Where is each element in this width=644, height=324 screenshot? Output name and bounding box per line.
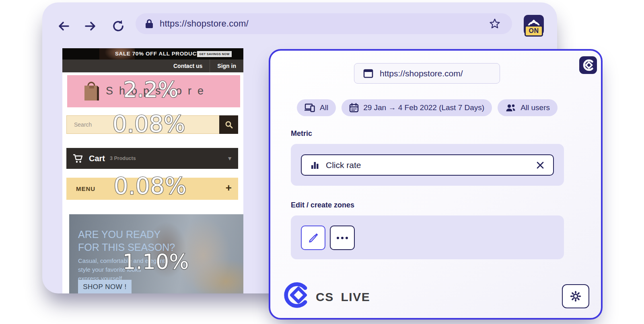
device-filter-chip[interactable]: All: [297, 99, 336, 116]
metric-section-label: Metric: [291, 129, 312, 138]
magnifier-icon: [224, 120, 233, 129]
sale-banner: SALE 70% OFF ALL PRODUCTS GET SAVINGS NO…: [62, 48, 243, 59]
settings-button[interactable]: [562, 284, 589, 308]
calendar-icon: [349, 103, 359, 113]
menu-expand-icon[interactable]: +: [226, 183, 232, 193]
metric-select-field[interactable]: Click rate: [301, 154, 554, 176]
hero-title-line1: ARE YOU READY: [78, 230, 160, 240]
site-nav-bar: Contact us Sign in: [62, 59, 243, 72]
filter-chip-row: All 29 Jan → 4 Feb 2022 (Last 7 Days) Al…: [297, 99, 558, 116]
click-rate-overlay-search: 0.08%: [112, 111, 185, 137]
cs-live-panel: https://shopstore.com/ All 29 Jan → 4 Fe…: [269, 49, 603, 320]
contentsquare-logo-icon: [581, 58, 595, 72]
metric-value-label: Click rate: [326, 160, 361, 170]
menu-label: MENU: [76, 185, 95, 192]
extension-toggle[interactable]: ON: [524, 15, 544, 35]
bar-chart-icon: [311, 161, 319, 170]
website-screenshot: SALE 70% OFF ALL PRODUCTS GET SAVINGS NO…: [62, 48, 243, 293]
gear-icon: [570, 290, 582, 302]
ellipsis-icon: [337, 237, 348, 239]
cart-count: 3 Products: [110, 156, 136, 161]
sale-banner-text: SALE 70% OFF ALL PRODUCTS: [115, 51, 204, 57]
contentsquare-badge: [579, 56, 597, 74]
cart-chevron-icon[interactable]: ▼: [227, 155, 232, 162]
search-placeholder: Search: [74, 121, 92, 128]
reload-icon[interactable]: [111, 19, 125, 33]
metric-container: Click rate: [291, 144, 564, 186]
click-rate-overlay-logo: 2.2%: [123, 77, 178, 102]
browser-url-text: https://shopstore.com/: [160, 18, 249, 29]
date-range-chip[interactable]: 29 Jan → 4 Feb 2022 (Last 7 Days): [342, 99, 492, 116]
audience-filter-label: All users: [521, 103, 550, 112]
nav-contact-us[interactable]: Contact us: [166, 59, 210, 72]
click-rate-overlay-menu: 0.08%: [113, 173, 186, 199]
date-range-label: 29 Jan → 4 Feb 2022 (Last 7 Days): [363, 103, 484, 112]
edit-zone-button[interactable]: [301, 226, 325, 250]
audience-filter-chip[interactable]: All users: [498, 99, 558, 116]
panel-url-field[interactable]: https://shopstore.com/: [354, 63, 500, 84]
pencil-icon: [308, 232, 319, 244]
users-icon: [505, 103, 516, 112]
browser-window-icon: [363, 69, 373, 78]
cs-live-logo-icon: [282, 281, 311, 310]
browser-address-bar[interactable]: https://shopstore.com/: [136, 13, 512, 34]
zones-section-label: Edit / create zones: [291, 201, 354, 209]
shopping-bag-icon: [82, 82, 101, 102]
zones-container: [291, 215, 564, 259]
panel-url-text: https://shopstore.com/: [380, 69, 463, 78]
back-icon[interactable]: [57, 19, 70, 33]
get-savings-button[interactable]: GET SAVINGS NOW: [197, 51, 232, 57]
lock-icon: [144, 18, 154, 29]
cart-icon: [73, 154, 83, 163]
click-rate-overlay-hero: 1.10%: [122, 250, 189, 274]
device-filter-label: All: [320, 103, 328, 112]
forward-icon[interactable]: [84, 19, 97, 33]
marketing-screenshot: https://shopstore.com/ ON SALE 70% OFF A…: [0, 0, 644, 324]
site-search-button[interactable]: [219, 115, 238, 134]
extension-on-badge: ON: [525, 25, 543, 37]
clear-metric-icon[interactable]: [536, 161, 544, 169]
bookmark-star-icon[interactable]: [489, 18, 501, 30]
shop-now-button[interactable]: SHOP NOW !: [78, 280, 132, 293]
cs-live-wordmark: CS LIVE: [316, 291, 370, 303]
cart-label: Cart: [89, 154, 105, 163]
site-cart-bar[interactable]: Cart 3 Products ▼: [66, 148, 238, 169]
more-options-button[interactable]: [330, 226, 355, 250]
devices-icon: [305, 103, 315, 112]
nav-sign-in[interactable]: Sign in: [210, 59, 243, 72]
